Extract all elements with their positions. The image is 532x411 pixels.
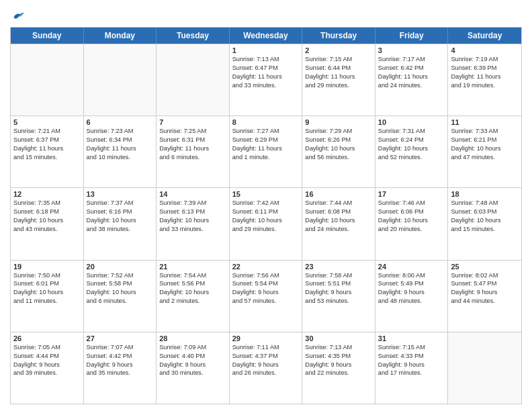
header-day-saturday: Saturday bbox=[448, 28, 521, 44]
day-number: 21 bbox=[159, 263, 226, 271]
cal-cell-2-2: 6Sunrise: 7:23 AM Sunset: 6:34 PM Daylig… bbox=[84, 116, 157, 187]
cal-cell-5-7 bbox=[448, 332, 521, 404]
day-number: 31 bbox=[378, 334, 445, 342]
calendar: SundayMondayTuesdayWednesdayThursdayFrid… bbox=[10, 27, 522, 404]
cal-cell-3-2: 13Sunrise: 7:37 AM Sunset: 6:16 PM Dayli… bbox=[84, 188, 157, 259]
day-info: Sunrise: 7:11 AM Sunset: 4:37 PM Dayligh… bbox=[232, 343, 300, 378]
day-info: Sunrise: 7:37 AM Sunset: 6:16 PM Dayligh… bbox=[87, 199, 154, 234]
day-number: 16 bbox=[305, 190, 372, 198]
day-number: 7 bbox=[159, 118, 226, 126]
cal-cell-2-3: 7Sunrise: 7:25 AM Sunset: 6:31 PM Daylig… bbox=[157, 116, 230, 187]
cal-cell-4-7: 25Sunrise: 8:02 AM Sunset: 5:47 PM Dayli… bbox=[448, 261, 521, 332]
day-number: 11 bbox=[451, 118, 519, 126]
cal-cell-2-7: 11Sunrise: 7:33 AM Sunset: 6:21 PM Dayli… bbox=[448, 116, 521, 187]
day-info: Sunrise: 7:13 AM Sunset: 6:47 PM Dayligh… bbox=[232, 55, 300, 90]
day-info: Sunrise: 7:13 AM Sunset: 4:35 PM Dayligh… bbox=[305, 343, 372, 378]
day-number: 23 bbox=[305, 263, 372, 271]
cal-cell-4-4: 22Sunrise: 7:56 AM Sunset: 5:54 PM Dayli… bbox=[230, 261, 303, 332]
day-info: Sunrise: 7:48 AM Sunset: 6:03 PM Dayligh… bbox=[451, 199, 519, 234]
day-number: 17 bbox=[378, 190, 445, 198]
cal-cell-1-1 bbox=[11, 44, 84, 116]
calendar-header-row: SundayMondayTuesdayWednesdayThursdayFrid… bbox=[11, 28, 521, 44]
cal-cell-4-5: 23Sunrise: 7:58 AM Sunset: 5:51 PM Dayli… bbox=[302, 261, 375, 332]
day-info: Sunrise: 7:25 AM Sunset: 6:31 PM Dayligh… bbox=[159, 127, 226, 162]
day-info: Sunrise: 7:46 AM Sunset: 6:06 PM Dayligh… bbox=[378, 199, 445, 234]
day-number: 24 bbox=[378, 263, 445, 271]
day-number: 13 bbox=[87, 190, 154, 198]
cal-cell-3-1: 12Sunrise: 7:35 AM Sunset: 6:18 PM Dayli… bbox=[11, 188, 84, 259]
cal-cell-1-6: 3Sunrise: 7:17 AM Sunset: 6:42 PM Daylig… bbox=[375, 44, 449, 116]
cal-cell-1-3 bbox=[157, 44, 230, 116]
day-number: 1 bbox=[232, 46, 300, 54]
header-day-sunday: Sunday bbox=[11, 28, 84, 44]
header bbox=[10, 7, 522, 23]
day-info: Sunrise: 7:23 AM Sunset: 6:34 PM Dayligh… bbox=[87, 127, 154, 162]
day-info: Sunrise: 7:58 AM Sunset: 5:51 PM Dayligh… bbox=[305, 271, 372, 306]
cal-cell-5-2: 27Sunrise: 7:07 AM Sunset: 4:42 PM Dayli… bbox=[84, 332, 157, 404]
cal-cell-3-5: 16Sunrise: 7:44 AM Sunset: 6:08 PM Dayli… bbox=[302, 188, 375, 259]
cal-cell-4-6: 24Sunrise: 8:00 AM Sunset: 5:49 PM Dayli… bbox=[375, 261, 449, 332]
header-day-tuesday: Tuesday bbox=[157, 28, 230, 44]
day-number: 22 bbox=[232, 263, 300, 271]
day-info: Sunrise: 7:35 AM Sunset: 6:18 PM Dayligh… bbox=[13, 199, 81, 234]
day-number: 5 bbox=[13, 118, 81, 126]
day-info: Sunrise: 7:52 AM Sunset: 5:58 PM Dayligh… bbox=[87, 271, 154, 306]
cal-cell-4-3: 21Sunrise: 7:54 AM Sunset: 5:56 PM Dayli… bbox=[157, 261, 230, 332]
cal-cell-3-3: 14Sunrise: 7:39 AM Sunset: 6:13 PM Dayli… bbox=[157, 188, 230, 259]
day-number: 12 bbox=[13, 190, 81, 198]
cal-cell-3-7: 18Sunrise: 7:48 AM Sunset: 6:03 PM Dayli… bbox=[448, 188, 521, 259]
day-info: Sunrise: 7:29 AM Sunset: 6:26 PM Dayligh… bbox=[305, 127, 372, 162]
day-number: 9 bbox=[305, 118, 372, 126]
day-number: 20 bbox=[87, 263, 154, 271]
day-info: Sunrise: 7:21 AM Sunset: 6:37 PM Dayligh… bbox=[13, 127, 81, 162]
day-number: 28 bbox=[159, 334, 226, 342]
day-info: Sunrise: 7:17 AM Sunset: 6:42 PM Dayligh… bbox=[378, 55, 445, 90]
logo-bird-icon bbox=[11, 9, 25, 23]
week-row-5: 26Sunrise: 7:05 AM Sunset: 4:44 PM Dayli… bbox=[11, 332, 521, 404]
cal-cell-2-1: 5Sunrise: 7:21 AM Sunset: 6:37 PM Daylig… bbox=[11, 116, 84, 187]
cal-cell-5-3: 28Sunrise: 7:09 AM Sunset: 4:40 PM Dayli… bbox=[157, 332, 230, 404]
cal-cell-2-5: 9Sunrise: 7:29 AM Sunset: 6:26 PM Daylig… bbox=[302, 116, 375, 187]
cal-cell-5-5: 30Sunrise: 7:13 AM Sunset: 4:35 PM Dayli… bbox=[302, 332, 375, 404]
cal-cell-1-5: 2Sunrise: 7:15 AM Sunset: 6:44 PM Daylig… bbox=[302, 44, 375, 116]
day-info: Sunrise: 7:33 AM Sunset: 6:21 PM Dayligh… bbox=[451, 127, 519, 162]
day-info: Sunrise: 7:56 AM Sunset: 5:54 PM Dayligh… bbox=[232, 271, 300, 306]
day-number: 8 bbox=[232, 118, 300, 126]
day-info: Sunrise: 7:54 AM Sunset: 5:56 PM Dayligh… bbox=[159, 271, 226, 306]
day-info: Sunrise: 7:15 AM Sunset: 6:44 PM Dayligh… bbox=[305, 55, 372, 90]
day-info: Sunrise: 7:44 AM Sunset: 6:08 PM Dayligh… bbox=[305, 199, 372, 234]
day-number: 14 bbox=[159, 190, 226, 198]
cal-cell-5-6: 31Sunrise: 7:15 AM Sunset: 4:33 PM Dayli… bbox=[375, 332, 449, 404]
day-info: Sunrise: 8:00 AM Sunset: 5:49 PM Dayligh… bbox=[378, 271, 445, 306]
cal-cell-1-7: 4Sunrise: 7:19 AM Sunset: 6:39 PM Daylig… bbox=[448, 44, 521, 116]
day-number: 3 bbox=[378, 46, 445, 54]
day-number: 30 bbox=[305, 334, 372, 342]
day-info: Sunrise: 7:27 AM Sunset: 6:29 PM Dayligh… bbox=[232, 127, 300, 162]
day-number: 6 bbox=[87, 118, 154, 126]
day-number: 18 bbox=[451, 190, 519, 198]
day-info: Sunrise: 7:39 AM Sunset: 6:13 PM Dayligh… bbox=[159, 199, 226, 234]
day-number: 25 bbox=[451, 263, 519, 271]
cal-cell-1-2 bbox=[84, 44, 157, 116]
day-info: Sunrise: 7:05 AM Sunset: 4:44 PM Dayligh… bbox=[13, 343, 81, 378]
day-number: 15 bbox=[232, 190, 300, 198]
logo bbox=[10, 7, 25, 23]
day-info: Sunrise: 7:19 AM Sunset: 6:39 PM Dayligh… bbox=[451, 55, 519, 90]
cal-cell-4-1: 19Sunrise: 7:50 AM Sunset: 6:01 PM Dayli… bbox=[11, 261, 84, 332]
day-number: 10 bbox=[378, 118, 445, 126]
cal-cell-2-4: 8Sunrise: 7:27 AM Sunset: 6:29 PM Daylig… bbox=[230, 116, 303, 187]
header-day-wednesday: Wednesday bbox=[230, 28, 303, 44]
week-row-1: 1Sunrise: 7:13 AM Sunset: 6:47 PM Daylig… bbox=[11, 44, 521, 116]
cal-cell-3-4: 15Sunrise: 7:42 AM Sunset: 6:11 PM Dayli… bbox=[230, 188, 303, 259]
day-info: Sunrise: 8:02 AM Sunset: 5:47 PM Dayligh… bbox=[451, 271, 519, 306]
cal-cell-1-4: 1Sunrise: 7:13 AM Sunset: 6:47 PM Daylig… bbox=[230, 44, 303, 116]
day-info: Sunrise: 7:31 AM Sunset: 6:24 PM Dayligh… bbox=[378, 127, 445, 162]
day-info: Sunrise: 7:15 AM Sunset: 4:33 PM Dayligh… bbox=[378, 343, 445, 378]
day-number: 29 bbox=[232, 334, 300, 342]
cal-cell-2-6: 10Sunrise: 7:31 AM Sunset: 6:24 PM Dayli… bbox=[375, 116, 449, 187]
day-info: Sunrise: 7:07 AM Sunset: 4:42 PM Dayligh… bbox=[87, 343, 154, 378]
cal-cell-4-2: 20Sunrise: 7:52 AM Sunset: 5:58 PM Dayli… bbox=[84, 261, 157, 332]
day-number: 19 bbox=[13, 263, 81, 271]
cal-cell-3-6: 17Sunrise: 7:46 AM Sunset: 6:06 PM Dayli… bbox=[375, 188, 449, 259]
day-number: 4 bbox=[451, 46, 519, 54]
